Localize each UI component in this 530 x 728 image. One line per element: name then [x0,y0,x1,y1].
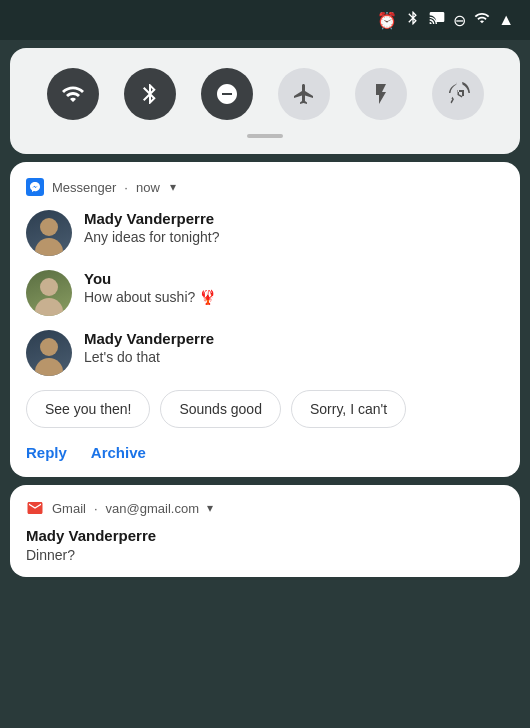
gmail-separator: · [94,501,98,516]
cast-icon [429,10,445,30]
quick-reply-sorry[interactable]: Sorry, I can't [291,390,406,428]
gmail-notif-header: Gmail · van@gmail.com ▾ [26,499,504,517]
bluetooth-toggle[interactable] [124,68,176,120]
sender-name-3: Mady Vanderperre [84,330,214,347]
status-bar: ⏰ ⊖ ▲ [0,0,530,40]
sender-name-1: Mady Vanderperre [84,210,219,227]
message-text-1: Any ideas for tonight? [84,229,219,245]
quick-icons-row [34,68,496,120]
mady-avatar-1 [26,210,72,256]
quick-settings-panel [10,48,520,154]
message-content-1: Mady Vanderperre Any ideas for tonight? [84,210,219,245]
messenger-notif-time: · [124,180,128,195]
airplane-toggle[interactable] [278,68,330,120]
wifi-status-icon [474,10,490,30]
gmail-subject: Dinner? [26,547,504,563]
messenger-app-icon [26,178,44,196]
gmail-notification: Gmail · van@gmail.com ▾ Mady Vanderperre… [10,485,520,577]
message-content-3: Mady Vanderperre Let's do that [84,330,214,365]
gmail-account: van@gmail.com [106,501,199,516]
messenger-actions: Reply Archive [26,444,504,461]
sender-name-2: You [84,270,216,287]
you-avatar [26,270,72,316]
messenger-notif-header: Messenger · now ▾ [26,178,504,196]
quick-reply-see-you[interactable]: See you then! [26,390,150,428]
signal-icon: ▲ [498,11,514,29]
message-text-3: Let's do that [84,349,214,365]
gmail-sender: Mady Vanderperre [26,527,504,544]
gmail-chevron-icon[interactable]: ▾ [207,501,213,515]
notifications-area: Messenger · now ▾ Mady Vanderperre Any i… [10,162,520,577]
wifi-toggle[interactable] [47,68,99,120]
message-row-3: Mady Vanderperre Let's do that [26,330,504,376]
flashlight-toggle[interactable] [355,68,407,120]
gmail-app-name: Gmail [52,501,86,516]
drag-handle [247,134,283,138]
gmail-app-icon [26,499,44,517]
rotate-toggle[interactable] [432,68,484,120]
bluetooth-status-icon [405,10,421,30]
message-content-2: You How about sushi? 🦞 [84,270,216,305]
messenger-notification: Messenger · now ▾ Mady Vanderperre Any i… [10,162,520,477]
reply-button[interactable]: Reply [26,444,67,461]
message-row-1: Mady Vanderperre Any ideas for tonight? [26,210,504,256]
quick-reply-sounds-good[interactable]: Sounds good [160,390,281,428]
alarm-icon: ⏰ [377,11,397,30]
dnd-status-icon: ⊖ [453,11,466,30]
dnd-toggle[interactable] [201,68,253,120]
message-text-2: How about sushi? 🦞 [84,289,216,305]
messenger-app-name: Messenger [52,180,116,195]
messenger-chevron-icon[interactable]: ▾ [170,180,176,194]
quick-replies: See you then! Sounds good Sorry, I can't [26,390,504,428]
archive-button[interactable]: Archive [91,444,146,461]
mady-avatar-2 [26,330,72,376]
messenger-notif-time-value: now [136,180,160,195]
message-row-2: You How about sushi? 🦞 [26,270,504,316]
